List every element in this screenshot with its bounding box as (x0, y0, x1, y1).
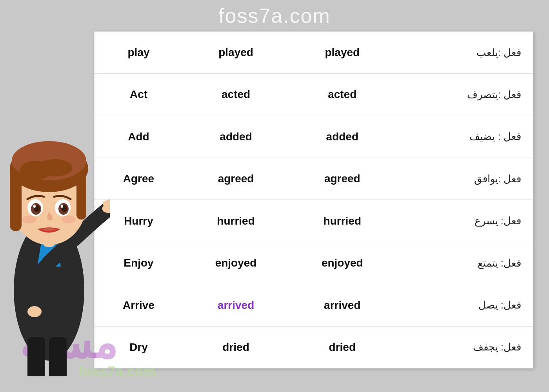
svg-point-25 (22, 216, 36, 223)
past-participle-cell: hurried (289, 200, 395, 242)
arabic-meaning-cell: فعل: يتمتع (395, 242, 533, 284)
table-row: Agreeagreedagreedفعل :يوافق (95, 158, 533, 200)
vocabulary-table: playplayedplayedفعل :يلعبActactedactedفع… (94, 31, 533, 368)
past-participle-cell: played (289, 32, 395, 74)
past-form-cell: agreed (183, 158, 289, 200)
past-participle-cell: enjoyed (289, 242, 395, 284)
past-form-cell: added (183, 116, 289, 158)
past-form-cell: played (183, 32, 289, 74)
arabic-meaning-cell: فعل: يصل (395, 284, 533, 326)
past-participle-cell: acted (289, 74, 395, 116)
arabic-meaning-cell: فعل: يجفف (395, 326, 533, 368)
arabic-meaning-cell: فعل :يتصرف (395, 74, 533, 116)
top-watermark: foss7a.com (0, 4, 549, 27)
past-form-cell: hurried (183, 200, 289, 242)
table-row: Drydrieddriedفعل: يجفف (95, 326, 533, 368)
arabic-meaning-cell: فعل : يضيف (395, 116, 533, 158)
svg-point-8 (27, 306, 42, 317)
arabic-meaning-cell: فعل: يسرع (395, 200, 533, 242)
svg-rect-2 (49, 337, 67, 376)
table-row: Addaddedaddedفعل : يضيف (95, 116, 533, 158)
table-row: Arrivearrivedarrivedفعل: يصل (95, 284, 533, 326)
svg-rect-13 (76, 169, 86, 220)
table-row: Actactedactedفعل :يتصرف (95, 74, 533, 116)
arabic-meaning-cell: فعل :يوافق (395, 158, 533, 200)
past-participle-cell: agreed (289, 158, 395, 200)
past-participle-cell: arrived (289, 284, 395, 326)
table-row: Enjoyenjoyedenjoyedفعل: يتمتع (95, 242, 533, 284)
table-row: Hurryhurriedhurriedفعل: يسرع (95, 200, 533, 242)
past-form-cell: dried (183, 326, 289, 368)
past-form-cell: acted (183, 74, 289, 116)
table-row: playplayedplayedفعل :يلعب (95, 32, 533, 74)
svg-point-24 (61, 205, 63, 208)
past-form-cell: arrived (183, 284, 289, 326)
past-form-cell: enjoyed (183, 242, 289, 284)
arabic-meaning-cell: فعل :يلعب (395, 32, 533, 74)
past-participle-cell: dried (289, 326, 395, 368)
past-participle-cell: added (289, 116, 395, 158)
svg-point-26 (62, 216, 76, 223)
svg-rect-1 (27, 337, 45, 376)
character-illustration (0, 55, 110, 376)
svg-point-16 (37, 159, 73, 176)
svg-rect-12 (10, 169, 22, 231)
svg-point-23 (33, 205, 36, 208)
